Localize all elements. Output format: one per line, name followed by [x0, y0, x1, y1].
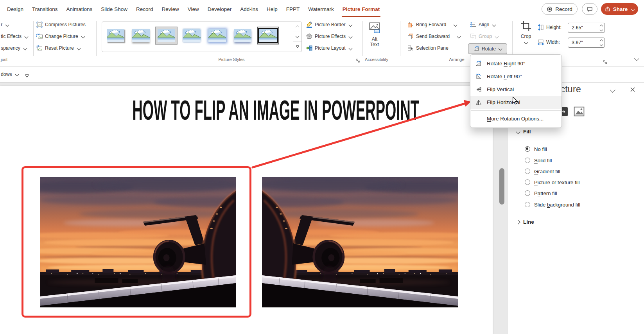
share-icon: [605, 6, 610, 12]
tab-design[interactable]: Design: [3, 0, 28, 18]
menu-bar: DesignTransitionsAnimationsSlide ShowRec…: [0, 0, 644, 18]
bring-forward-button[interactable]: Bring Forward: [407, 20, 457, 30]
menu-item-flip-vertical[interactable]: Flip Vertical: [470, 83, 561, 96]
tab-review[interactable]: Review: [157, 0, 183, 18]
chevron-down-icon: [81, 34, 85, 38]
radio-slide-background-fill[interactable]: Slide background fill: [525, 201, 580, 208]
slide[interactable]: HOW TO FLIP AN IMAGE IN POWERPOINT: [0, 86, 493, 334]
pane-collapse-chevron-icon[interactable]: [611, 87, 615, 94]
vertical-scrollbar-thumb[interactable]: [499, 168, 504, 205]
ribbon-button-r[interactable]: r: [1, 20, 9, 30]
tab-picture-format[interactable]: Picture Format: [338, 0, 384, 18]
align-button[interactable]: Align: [470, 20, 495, 30]
style-drop-shadow-thumbnail[interactable]: [107, 29, 124, 42]
adjust-group-label: just: [1, 57, 7, 62]
tab-record[interactable]: Record: [132, 0, 158, 18]
selection-pane-button[interactable]: Selection Pane: [407, 43, 448, 53]
tab-add-ins[interactable]: Add-ins: [236, 0, 262, 18]
gallery-scroll-up-button[interactable]: [293, 22, 301, 32]
annotation-red-box[interactable]: [22, 166, 251, 318]
send-backward-button[interactable]: Send Backward: [407, 31, 460, 41]
tab-fppt[interactable]: FPPT: [282, 0, 304, 18]
change-picture-button[interactable]: Change Picture: [36, 31, 84, 41]
slide-title[interactable]: HOW TO FLIP AN IMAGE IN POWERPOINT: [0, 95, 493, 126]
record-button[interactable]: Record: [542, 3, 578, 15]
width-label: Width:: [546, 40, 560, 45]
line-section-header[interactable]: Line: [517, 219, 534, 225]
group-separator: [33, 21, 34, 56]
height-icon: [538, 24, 544, 31]
alt-text-button[interactable]: Alt Text: [366, 22, 384, 47]
radio-no-fill[interactable]: No fill: [525, 145, 547, 153]
height-input-box: [568, 23, 605, 33]
tab-animations[interactable]: Animations: [62, 0, 97, 18]
qat-cut-item[interactable]: dows: [1, 69, 18, 79]
crop-icon: [521, 21, 531, 31]
menu-item-rotate-right-90[interactable]: Rotate Right 90°: [470, 57, 561, 70]
menu-item-flip-horizontal[interactable]: Flip Horizontal: [470, 96, 561, 109]
rotate-dropdown-menu: Rotate Right 90°Rotate Left 90°Flip Vert…: [470, 54, 562, 128]
send-backward-icon: [407, 33, 414, 40]
radio-button-icon: [525, 169, 530, 174]
comments-button[interactable]: [582, 3, 597, 15]
radio-button-icon: [525, 180, 530, 185]
width-stepper[interactable]: [600, 40, 603, 46]
picture-effects-button[interactable]: Picture Effects: [306, 31, 352, 41]
style-applied-thumbnail[interactable]: [158, 29, 175, 42]
tab-help[interactable]: Help: [262, 0, 282, 18]
alt-text-label-line2: Text: [366, 42, 384, 47]
picture-tab-icon[interactable]: [574, 106, 585, 118]
fill-section-header[interactable]: Fill: [517, 129, 531, 135]
style-soft-shadow-thumbnail[interactable]: [132, 29, 150, 42]
radio-solid-fill[interactable]: Solid fill: [525, 156, 552, 164]
crop-button[interactable]: Crop: [519, 21, 533, 46]
picture-border-button[interactable]: Picture Border: [306, 20, 352, 30]
pane-close-icon[interactable]: [629, 86, 636, 95]
height-label: Height:: [546, 25, 561, 30]
radio-picture-or-texture-fill[interactable]: Picture or texture fill: [525, 178, 580, 186]
tab-developer[interactable]: Developer: [203, 0, 236, 18]
style-glow-edge-thumbnail[interactable]: [208, 29, 226, 42]
compress-pictures-button[interactable]: Compress Pictures: [36, 20, 86, 30]
radio-button-icon: [525, 158, 530, 163]
qat-cut-label: dows: [1, 72, 12, 77]
group-separator: [609, 21, 609, 56]
tab-view[interactable]: View: [183, 0, 203, 18]
ribbon-button-sparency[interactable]: sparency: [1, 43, 27, 53]
chevron-down-icon: [25, 34, 29, 38]
gallery-scroll-down-button[interactable]: [293, 32, 301, 42]
ribbon-button-tic-effects[interactable]: tic Effects: [1, 31, 28, 41]
style-reflection-thumbnail[interactable]: [234, 29, 251, 42]
airplane-photo-flipped[interactable]: [262, 177, 458, 307]
chevron-down-icon: [524, 41, 528, 45]
customize-toolbar-icon[interactable]: [24, 72, 30, 79]
gallery-scrollbar: [293, 22, 301, 52]
tab-watermark[interactable]: Watermark: [304, 0, 338, 18]
chevron-down-icon: [631, 7, 635, 11]
picture-layout-button[interactable]: Picture Layout: [306, 43, 352, 53]
gallery-more-button[interactable]: [293, 41, 301, 52]
rotate-button[interactable]: Rotate: [468, 43, 507, 54]
tab-slide-show[interactable]: Slide Show: [97, 0, 132, 18]
picture-styles-dialog-launcher-icon[interactable]: [355, 57, 360, 65]
reset-picture-button[interactable]: Reset Picture: [36, 43, 80, 53]
share-button[interactable]: Share: [601, 3, 638, 15]
picture-layout-icon: [306, 45, 312, 51]
collapse-ribbon-chevron-icon[interactable]: [635, 56, 639, 63]
style-soft-edge-thumbnail[interactable]: [183, 29, 201, 42]
height-stepper[interactable]: [600, 25, 603, 31]
size-dialog-launcher-icon[interactable]: [603, 59, 607, 66]
flip-vertical-icon: [475, 86, 482, 93]
menu-item-more-rotation-options[interactable]: More Rotation Options...: [470, 112, 561, 125]
group-button[interactable]: Group: [470, 31, 498, 41]
style-black-frame-thumbnail[interactable]: [258, 28, 278, 43]
fill-section-label: Fill: [523, 129, 531, 135]
tab-transitions[interactable]: Transitions: [28, 0, 62, 18]
compress-pictures-icon: [36, 22, 43, 28]
height-input[interactable]: [571, 25, 595, 31]
radio-gradient-fill[interactable]: Gradient fill: [525, 167, 560, 175]
comment-icon: [587, 6, 593, 12]
width-input[interactable]: [571, 40, 595, 46]
radio-pattern-fill[interactable]: Pattern fill: [525, 189, 557, 197]
menu-item-rotate-left-90[interactable]: Rotate Left 90°: [470, 70, 561, 83]
